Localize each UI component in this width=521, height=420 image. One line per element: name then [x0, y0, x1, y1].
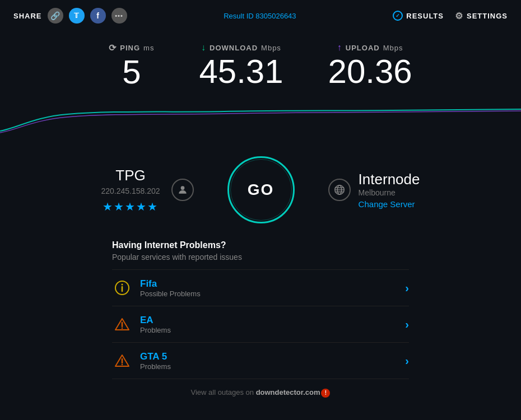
- fifa-name: Fifa: [140, 278, 405, 290]
- ping-value: 5: [109, 55, 154, 89]
- ping-label: ⟳ PING ms: [109, 43, 154, 53]
- ea-status-icon: [112, 314, 132, 334]
- fifa-status: Possible Problems: [140, 290, 405, 298]
- problems-subtitle: Popular services with reported issues: [112, 253, 409, 262]
- fifa-arrow-icon: ›: [405, 282, 409, 295]
- twitter-icon[interactable]: 𝕋: [69, 8, 85, 24]
- go-label: GO: [248, 181, 275, 199]
- facebook-icon[interactable]: f: [90, 8, 106, 24]
- alert-badge-icon: !: [321, 389, 330, 398]
- gta5-status-icon: [112, 351, 132, 371]
- upload-metric: ↑ UPLOAD Mbps 20.36: [328, 43, 412, 89]
- gta5-details: GTA 5 Problems: [140, 351, 405, 371]
- gta5-name: GTA 5: [140, 351, 405, 362]
- results-button[interactable]: ✓ RESULTS: [393, 11, 444, 21]
- svg-point-8: [122, 284, 123, 286]
- ea-status: Problems: [140, 326, 405, 334]
- go-button[interactable]: GO: [227, 156, 295, 223]
- ping-metric: ⟳ PING ms 5: [109, 43, 154, 89]
- downdetector-link[interactable]: downdetector.com: [256, 388, 320, 396]
- info-circle-icon: [114, 280, 130, 296]
- svg-point-11: [122, 328, 123, 329]
- service-item-fifa[interactable]: Fifa Possible Problems ›: [112, 269, 409, 306]
- share-label: SHARE: [13, 12, 42, 20]
- globe-icon-button[interactable]: [328, 179, 351, 201]
- warning-triangle-icon-gta5: [114, 353, 130, 368]
- service-item-ea[interactable]: EA Problems ›: [112, 306, 409, 342]
- gta5-arrow-icon: ›: [405, 354, 409, 367]
- metrics-section: ⟳ PING ms 5 ↓ DOWNLOAD Mbps 45.31 ↑ UPLO…: [0, 31, 521, 95]
- main-section: TPG 220.245.158.202 ★★★★★ GO: [0, 139, 521, 235]
- gear-icon: ⚙: [455, 11, 463, 21]
- fifa-status-icon: [112, 278, 132, 298]
- results-checkmark-icon: ✓: [393, 11, 403, 21]
- more-icon[interactable]: •••: [111, 8, 127, 24]
- result-id: Result ID 8305026643: [224, 12, 296, 20]
- server-location: Melbourne: [359, 188, 420, 197]
- user-profile-button[interactable]: [171, 179, 194, 201]
- upload-value: 20.36: [328, 55, 412, 88]
- header: SHARE 🔗 𝕋 f ••• Result ID 8305026643 ✓ R…: [0, 0, 521, 31]
- ea-arrow-icon: ›: [405, 318, 409, 331]
- ea-name: EA: [140, 315, 405, 326]
- settings-button[interactable]: ⚙ SETTINGS: [455, 11, 508, 21]
- user-icon: [177, 184, 188, 195]
- isp-info: TPG 220.245.158.202 ★★★★★: [101, 167, 194, 213]
- share-section: SHARE 🔗 𝕋 f •••: [13, 8, 127, 24]
- globe-icon: [333, 184, 346, 196]
- ping-icon: ⟳: [109, 43, 117, 53]
- server-details: Internode Melbourne Change Server: [359, 171, 420, 209]
- footer: View all outages on downdetector.com!: [0, 379, 521, 398]
- change-server-button[interactable]: Change Server: [359, 199, 420, 209]
- isp-stars: ★★★★★: [101, 200, 160, 213]
- download-icon: ↓: [201, 43, 206, 53]
- download-label: ↓ DOWNLOAD Mbps: [199, 43, 283, 53]
- service-item-gta5[interactable]: GTA 5 Problems ›: [112, 342, 409, 379]
- link-icon[interactable]: 🔗: [48, 8, 63, 24]
- server-name: Internode: [359, 171, 420, 188]
- download-value: 45.31: [199, 55, 283, 88]
- isp-row: TPG 220.245.158.202 ★★★★★: [101, 167, 194, 213]
- gta5-status: Problems: [140, 362, 405, 371]
- result-id-value[interactable]: 8305026643: [255, 12, 296, 20]
- warning-triangle-icon-ea: [114, 316, 130, 332]
- server-info: Internode Melbourne Change Server: [328, 171, 420, 209]
- ea-details: EA Problems: [140, 315, 405, 334]
- problems-title: Having Internet Problems?: [112, 240, 409, 250]
- wave-chart: [0, 100, 521, 134]
- isp-ip: 220.245.158.202: [101, 186, 160, 195]
- svg-point-0: [180, 186, 184, 190]
- upload-icon: ↑: [337, 43, 342, 53]
- problems-section: Having Internet Problems? Popular servic…: [0, 235, 521, 379]
- upload-label: ↑ UPLOAD Mbps: [328, 43, 412, 53]
- download-metric: ↓ DOWNLOAD Mbps 45.31: [199, 43, 283, 89]
- svg-point-14: [122, 364, 123, 366]
- header-right: ✓ RESULTS ⚙ SETTINGS: [393, 11, 508, 21]
- fifa-details: Fifa Possible Problems: [140, 278, 405, 298]
- isp-name: TPG: [101, 167, 160, 184]
- footer-text: View all outages on: [191, 388, 256, 396]
